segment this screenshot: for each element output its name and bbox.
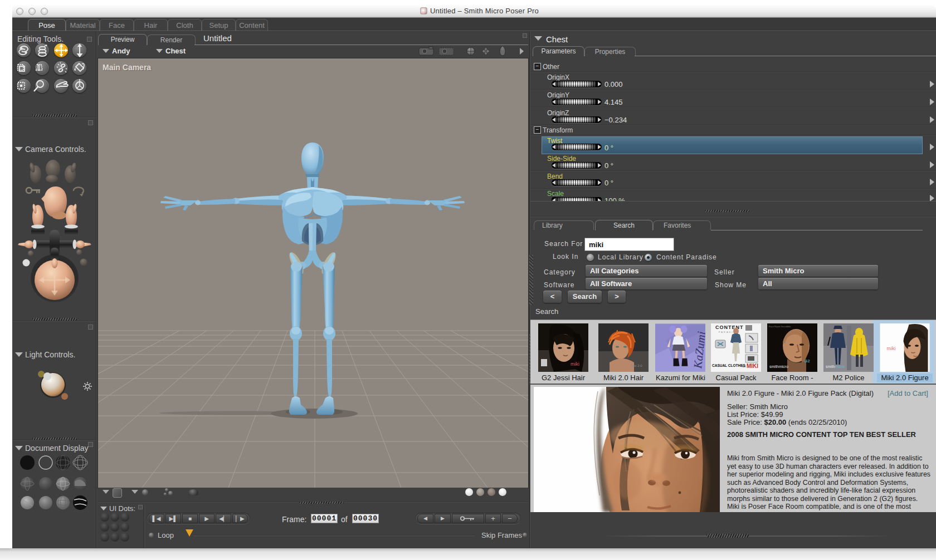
svg-text:G2: G2 <box>804 358 810 363</box>
svg-text:smithmicro: smithmicro <box>826 365 845 369</box>
svg-text:miki: miki <box>887 346 896 351</box>
svg-text:miki: miki <box>571 361 579 367</box>
svg-text:CASUAL CLOTHES: CASUAL CLOTHES <box>712 363 745 367</box>
svg-text:smithmicro: smithmicro <box>769 365 788 369</box>
svg-text:Miki 2.0: Miki 2.0 <box>631 364 642 367</box>
svg-text:CONTENT: CONTENT <box>715 325 744 330</box>
svg-text:Face Room Incredible: Face Room Incredible <box>769 325 791 328</box>
svg-text:MIKI: MIKI <box>747 363 758 369</box>
svg-text:for: for <box>742 365 746 368</box>
